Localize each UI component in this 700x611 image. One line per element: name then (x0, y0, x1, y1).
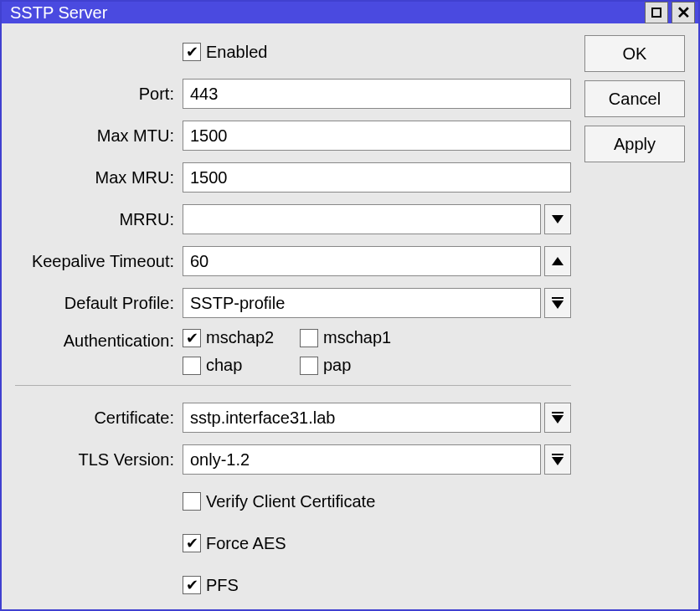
port-input[interactable] (183, 79, 571, 109)
chap-checkbox[interactable]: chap (183, 356, 288, 375)
close-icon: ✕ (677, 3, 691, 23)
certificate-dropdown-button[interactable] (544, 403, 571, 433)
chevron-up-icon (552, 257, 564, 265)
tls-version-label: TLS Version: (15, 450, 183, 470)
max-mru-label: Max MRU: (15, 168, 183, 187)
mschap1-checkbox[interactable]: mschap1 (300, 328, 405, 347)
enabled-checkbox[interactable]: ✔ Enabled (183, 43, 267, 62)
default-profile-input[interactable] (183, 288, 541, 318)
mrru-expand-button[interactable] (544, 204, 571, 234)
certificate-input[interactable] (183, 403, 541, 433)
square-icon (651, 8, 661, 18)
checkbox-icon: ✔ (183, 43, 201, 61)
content-area: ✔ Enabled Port: Max MTU: Max MRU: MRRU: (2, 23, 698, 611)
enabled-label: Enabled (206, 43, 267, 62)
certificate-label: Certificate: (15, 408, 183, 428)
sstp-server-window: SSTP Server ✕ ✔ Enabled Port: Max MTU: (0, 0, 700, 611)
default-profile-label: Default Profile: (15, 294, 183, 313)
chevron-down-icon (552, 215, 564, 223)
default-profile-dropdown-button[interactable] (544, 288, 571, 318)
cancel-button[interactable]: Cancel (584, 80, 685, 117)
close-button[interactable]: ✕ (672, 2, 695, 23)
port-label: Port: (15, 85, 183, 104)
max-mtu-input[interactable] (183, 121, 571, 151)
titlebar: SSTP Server ✕ (2, 2, 698, 23)
keepalive-collapse-button[interactable] (544, 246, 571, 276)
maximize-button[interactable] (645, 2, 668, 23)
dropdown-icon (552, 297, 564, 309)
max-mru-input[interactable] (183, 162, 571, 193)
pap-checkbox[interactable]: pap (300, 356, 405, 375)
divider (15, 385, 571, 386)
dropdown-icon (552, 454, 564, 465)
mrru-input[interactable] (183, 204, 541, 234)
authentication-group: ✔mschap2 mschap1 chap pap (183, 328, 417, 375)
keepalive-input[interactable] (183, 246, 541, 276)
mrru-label: MRRU: (15, 210, 183, 229)
tls-version-input[interactable] (183, 444, 541, 475)
mschap2-checkbox[interactable]: ✔mschap2 (183, 328, 288, 347)
tls-version-dropdown-button[interactable] (544, 444, 571, 475)
force-aes-checkbox[interactable]: ✔Force AES (183, 534, 286, 553)
pfs-checkbox[interactable]: ✔PFS (183, 576, 239, 595)
verify-client-checkbox[interactable]: Verify Client Certificate (183, 492, 375, 511)
form-area: ✔ Enabled Port: Max MTU: Max MRU: MRRU: (15, 35, 571, 610)
ok-button[interactable]: OK (584, 35, 685, 72)
max-mtu-label: Max MTU: (15, 126, 183, 146)
keepalive-label: Keepalive Timeout: (15, 252, 183, 271)
apply-button[interactable]: Apply (584, 126, 685, 162)
button-column: OK Cancel Apply (584, 35, 685, 610)
authentication-label: Authentication: (15, 328, 183, 351)
window-title: SSTP Server (10, 3, 641, 23)
dropdown-icon (552, 412, 564, 424)
